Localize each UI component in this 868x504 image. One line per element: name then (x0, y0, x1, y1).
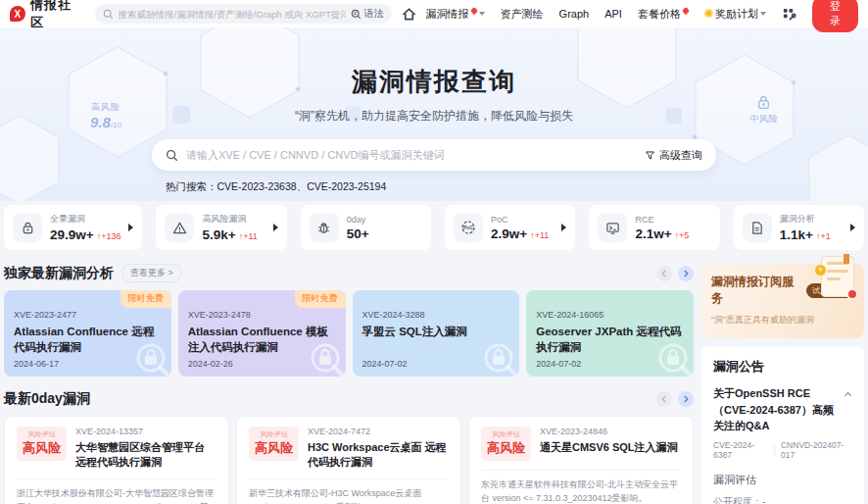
vuln-description: 浙江大华技术股份有限公司-大华智慧园区综合管理平台 version <= V3.… (17, 479, 217, 504)
hot-search-link[interactable]: CVE-2023-25194 (307, 180, 386, 192)
nav-asset-mapping[interactable]: 资产测绘 (501, 7, 544, 22)
advanced-search-button[interactable]: 高级查询 (645, 148, 702, 163)
analysis-card[interactable]: 限时免费 XVE-2023-2477 Atlassian Confluence … (4, 290, 171, 377)
stat-card-analysis[interactable]: 漏洞分析1.1k+↑+1 (734, 205, 864, 250)
vuln-date: 2024-07-02 (536, 359, 581, 369)
filter-funnel-icon (645, 150, 655, 161)
chevron-up-icon[interactable] (844, 385, 852, 434)
lock-magnifier-watermark-icon (306, 338, 346, 377)
chevron-right-icon (273, 224, 278, 231)
risk-badge: 风险评估 高风险 (249, 427, 299, 461)
warning-triangle-icon (165, 213, 194, 242)
risk-badge: 风险评估 高风险 (481, 427, 531, 461)
hot-flame-icon (469, 6, 477, 14)
vuln-title: H3C Workspace云桌面 远程代码执行漏洞 (308, 440, 449, 470)
assessment-field: 公开程度：- (713, 495, 852, 504)
terminal-icon (598, 213, 627, 242)
vuln-search-bar[interactable]: 高级查询 (152, 139, 716, 171)
main-nav: 漏洞情报 资产测绘 Graph API 套餐价格 奖励计划 登录 (426, 0, 858, 32)
stat-card-high-risk[interactable]: 高风险漏洞5.9k+↑+11 (156, 205, 286, 250)
zeroday-section-header: 最新0day漏洞 (4, 390, 694, 408)
poc-icon: PoC (454, 213, 483, 242)
analysis-section-header: 独家最新漏洞分析 查看更多 > (4, 264, 694, 282)
vuln-title: 大华智慧园区综合管理平台 远程代码执行漏洞 (75, 440, 217, 470)
nav-api[interactable]: API (604, 8, 622, 20)
svg-text:PoC: PoC (463, 225, 473, 230)
search-icon (103, 9, 114, 20)
subscription-illustration: + (821, 256, 854, 297)
carousel-prev-button[interactable] (656, 266, 672, 281)
vuln-description: 东莞市通天星软件科技有限公司-北斗主动安全云平台 version <= 7.31… (481, 470, 681, 504)
vuln-date: 2024-02-26 (188, 359, 233, 369)
announcement-panel: 漏洞公告 关于OpenSSH RCE（CVE-2024-6387）高频关注的Q&… (701, 346, 864, 504)
hot-search-row: 热门搜索：CVE-2023-23638、CVE-2023-25194 (152, 180, 716, 194)
chevron-right-icon (850, 224, 855, 231)
header-search[interactable]: 语法 (95, 4, 392, 24)
hot-search-link[interactable]: CVE-2023-23638 (217, 180, 297, 192)
nav-reward-plan[interactable]: 奖励计划 (704, 7, 766, 22)
medal-icon (704, 9, 713, 18)
analysis-card[interactable]: XVE-2024-3288 孚盟云 SQL注入漏洞 2024-07-02 (353, 290, 520, 377)
page-title: 漏洞情报查询 (0, 27, 868, 99)
header-search-input[interactable] (119, 9, 346, 20)
hero-section: 高风险 9.8/10 中风险 漏洞情报查询 “洞”察先机，助力提高安全防护措施，… (0, 27, 868, 201)
section-title: 最新0day漏洞 (4, 390, 90, 408)
carousel-next-button[interactable] (678, 391, 694, 407)
zeroday-card[interactable]: 风险评估 高风险 XVE-2024-13357 大华智慧园区综合管理平台 远程代… (4, 416, 229, 504)
analysis-card-row: 限时免费 XVE-2023-2477 Atlassian Confluence … (4, 290, 694, 377)
vuln-id: XVE-2024-3288 (362, 310, 510, 320)
zeroday-card[interactable]: 风险评估 高风险 XVE-2023-24846 通天星CMSV6 SQL注入漏洞… (468, 416, 694, 504)
nav-vuln-intel[interactable]: 漏洞情报 (426, 7, 485, 22)
apps-tools-icon[interactable] (782, 7, 796, 22)
free-badge: 限时免费 (295, 290, 346, 308)
vuln-date: 2024-06-17 (14, 359, 59, 369)
subscription-panel[interactable]: 漏洞情报订阅服务 试用申请 › “洞”悉真正具有威胁的漏洞 + (701, 264, 864, 338)
announcement-item[interactable]: 关于OpenSSH RCE（CVE-2024-6387）高频关注的Q&A (713, 385, 852, 434)
analysis-card[interactable]: 限时免费 XVE-2023-2478 Atlassian Confluence … (178, 290, 346, 377)
zeroday-card[interactable]: 风险评估 高风险 XVE-2024-7472 H3C Workspace云桌面 … (236, 416, 461, 504)
stat-card-rce[interactable]: RCE2.1w+↑+5 (589, 205, 719, 250)
vuln-id: XVE-2023-24846 (540, 427, 678, 436)
hot-search-label: 热门搜索： (166, 180, 217, 192)
document-icon (743, 213, 772, 242)
carousel-next-button[interactable] (678, 266, 694, 281)
analysis-card[interactable]: XVE-2024-16065 Geoserver JXPath 远程代码执行漏洞… (526, 290, 694, 377)
login-button[interactable]: 登录 (812, 0, 858, 32)
subscription-title: 漏洞情报订阅服务 (711, 274, 802, 307)
lock-icon (13, 213, 42, 242)
chevron-down-icon (479, 12, 485, 16)
vuln-title: 通天星CMSV6 SQL注入漏洞 (540, 440, 678, 455)
carousel-prev-button[interactable] (656, 391, 672, 407)
top-header: X 情报社区 语法 漏洞情报 资产测绘 Graph API 套餐价格 (0, 0, 868, 27)
vuln-id: XVE-2024-7472 (308, 427, 449, 436)
home-icon[interactable] (402, 7, 416, 22)
vuln-search-input[interactable] (186, 149, 637, 161)
stats-row: 全量漏洞29.9w+↑+136 高风险漏洞5.9k+↑+11 0day50+ P… (0, 201, 868, 250)
nav-graph[interactable]: Graph (559, 8, 590, 20)
site-logo[interactable]: X 情报社区 (10, 0, 85, 31)
vuln-description: 新华三技术有限公司-H3C Workspace云桌面 version <= E1… (249, 479, 449, 504)
hot-flame-icon (682, 6, 690, 14)
vuln-id: XVE-2023-2477 (14, 310, 162, 320)
risk-badge: 风险评估 高风险 (17, 427, 67, 461)
bug-icon (310, 213, 339, 242)
lock-magnifier-watermark-icon (653, 338, 694, 377)
section-title: 独家最新漏洞分析 (4, 265, 114, 282)
chevron-right-icon (561, 224, 566, 231)
vuln-id: XVE-2023-2478 (188, 310, 336, 320)
nav-pricing[interactable]: 套餐价格 (638, 7, 689, 22)
stat-card-0day[interactable]: 0day50+ (301, 205, 431, 250)
announcement-title: 漏洞公告 (713, 358, 852, 376)
page-subtitle: “洞”察先机，助力提高安全防护措施，降低风险与损失 (0, 108, 868, 125)
chevron-down-icon (760, 12, 766, 16)
free-badge: 限时免费 (121, 290, 171, 308)
stat-card-poc[interactable]: PoC PoC2.9w+↑+11 (445, 205, 575, 250)
stat-card-all-vulns[interactable]: 全量漏洞29.9w+↑+136 (4, 205, 142, 250)
syntax-search-icon (351, 9, 362, 20)
syntax-button[interactable]: 语法 (351, 7, 384, 21)
vuln-id: XVE-2024-13357 (75, 427, 217, 436)
view-more-button[interactable]: 查看更多 > (121, 264, 182, 282)
logo-text: 情报社区 (30, 0, 85, 31)
announcement-ids: CVE-2024-6387 | CNNVD-202407-017 (713, 440, 852, 460)
assessment-title: 漏洞评估 (713, 473, 852, 487)
